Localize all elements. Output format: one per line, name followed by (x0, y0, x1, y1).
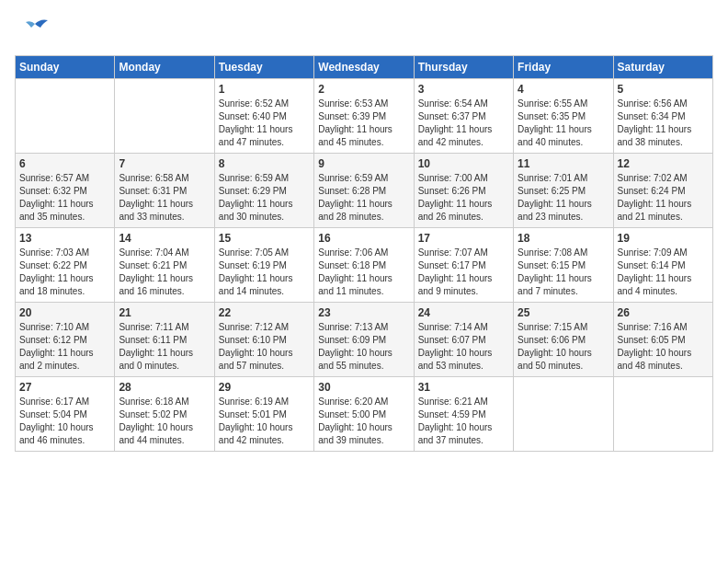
calendar-week-3: 13Sunrise: 7:03 AM Sunset: 6:22 PM Dayli… (16, 228, 713, 303)
day-number: 13 (19, 232, 110, 245)
day-info: Sunrise: 7:16 AM Sunset: 6:05 PM Dayligh… (618, 321, 709, 373)
day-info: Sunrise: 6:59 AM Sunset: 6:28 PM Dayligh… (318, 172, 409, 224)
calendar-table: SundayMondayTuesdayWednesdayThursdayFrid… (15, 55, 713, 452)
calendar-week-2: 6Sunrise: 6:57 AM Sunset: 6:32 PM Daylig… (16, 154, 713, 228)
day-info: Sunrise: 7:09 AM Sunset: 6:14 PM Dayligh… (618, 247, 709, 298)
day-info: Sunrise: 7:00 AM Sunset: 6:26 PM Dayligh… (418, 172, 509, 224)
day-info: Sunrise: 7:03 AM Sunset: 6:22 PM Dayligh… (19, 247, 110, 298)
day-number: 31 (418, 381, 509, 394)
day-number: 9 (318, 157, 409, 170)
column-header-monday: Monday (115, 56, 214, 79)
day-info: Sunrise: 7:15 AM Sunset: 6:06 PM Dayligh… (518, 321, 609, 373)
day-info: Sunrise: 6:54 AM Sunset: 6:37 PM Dayligh… (418, 98, 509, 149)
day-number: 6 (19, 157, 110, 170)
day-info: Sunrise: 6:20 AM Sunset: 5:00 PM Dayligh… (318, 396, 409, 447)
calendar-cell: 13Sunrise: 7:03 AM Sunset: 6:22 PM Dayli… (16, 228, 115, 303)
calendar-cell (16, 79, 115, 154)
day-info: Sunrise: 7:05 AM Sunset: 6:19 PM Dayligh… (219, 247, 310, 298)
calendar-cell: 7Sunrise: 6:58 AM Sunset: 6:31 PM Daylig… (115, 154, 214, 228)
calendar-cell (613, 377, 712, 452)
calendar-cell: 2Sunrise: 6:53 AM Sunset: 6:39 PM Daylig… (314, 79, 414, 154)
column-header-saturday: Saturday (613, 56, 712, 79)
day-number: 25 (518, 306, 609, 319)
day-info: Sunrise: 6:58 AM Sunset: 6:31 PM Dayligh… (119, 172, 210, 224)
calendar-cell: 27Sunrise: 6:17 AM Sunset: 5:04 PM Dayli… (16, 377, 115, 452)
day-number: 12 (618, 157, 709, 170)
calendar-cell: 15Sunrise: 7:05 AM Sunset: 6:19 PM Dayli… (214, 228, 313, 303)
day-number: 18 (518, 232, 609, 245)
day-info: Sunrise: 6:17 AM Sunset: 5:04 PM Dayligh… (19, 396, 110, 447)
day-number: 5 (618, 83, 709, 96)
day-number: 27 (19, 381, 110, 394)
day-info: Sunrise: 6:59 AM Sunset: 6:29 PM Dayligh… (219, 172, 310, 224)
day-info: Sunrise: 6:21 AM Sunset: 4:59 PM Dayligh… (418, 396, 509, 447)
calendar-cell: 31Sunrise: 6:21 AM Sunset: 4:59 PM Dayli… (414, 377, 513, 452)
column-header-thursday: Thursday (414, 56, 513, 79)
calendar-cell: 9Sunrise: 6:59 AM Sunset: 6:28 PM Daylig… (314, 154, 414, 228)
day-number: 26 (618, 306, 709, 319)
calendar-cell: 20Sunrise: 7:10 AM Sunset: 6:12 PM Dayli… (16, 303, 115, 377)
logo (15, 15, 59, 48)
calendar-cell: 22Sunrise: 7:12 AM Sunset: 6:10 PM Dayli… (214, 303, 313, 377)
day-number: 8 (219, 157, 310, 170)
calendar-cell: 26Sunrise: 7:16 AM Sunset: 6:05 PM Dayli… (613, 303, 712, 377)
calendar-cell: 19Sunrise: 7:09 AM Sunset: 6:14 PM Dayli… (613, 228, 712, 303)
day-number: 3 (418, 83, 509, 96)
day-number: 10 (418, 157, 509, 170)
day-number: 14 (119, 232, 210, 245)
day-info: Sunrise: 7:13 AM Sunset: 6:09 PM Dayligh… (318, 321, 409, 373)
calendar-cell: 18Sunrise: 7:08 AM Sunset: 6:15 PM Dayli… (514, 228, 613, 303)
calendar-cell: 10Sunrise: 7:00 AM Sunset: 6:26 PM Dayli… (414, 154, 513, 228)
calendar-header-row: SundayMondayTuesdayWednesdayThursdayFrid… (16, 56, 713, 79)
day-info: Sunrise: 6:52 AM Sunset: 6:40 PM Dayligh… (219, 98, 310, 149)
calendar-cell: 17Sunrise: 7:07 AM Sunset: 6:17 PM Dayli… (414, 228, 513, 303)
calendar-cell: 21Sunrise: 7:11 AM Sunset: 6:11 PM Dayli… (115, 303, 214, 377)
day-number: 28 (119, 381, 210, 394)
column-header-wednesday: Wednesday (314, 56, 414, 79)
day-number: 19 (618, 232, 709, 245)
calendar-cell: 11Sunrise: 7:01 AM Sunset: 6:25 PM Dayli… (514, 154, 613, 228)
day-info: Sunrise: 7:12 AM Sunset: 6:10 PM Dayligh… (219, 321, 310, 373)
calendar-cell: 12Sunrise: 7:02 AM Sunset: 6:24 PM Dayli… (613, 154, 712, 228)
day-number: 20 (19, 306, 110, 319)
day-number: 16 (318, 232, 409, 245)
logo-icon (15, 15, 55, 48)
calendar-week-5: 27Sunrise: 6:17 AM Sunset: 5:04 PM Dayli… (16, 377, 713, 452)
day-number: 30 (318, 381, 409, 394)
day-number: 29 (219, 381, 310, 394)
calendar-cell: 28Sunrise: 6:18 AM Sunset: 5:02 PM Dayli… (115, 377, 214, 452)
day-info: Sunrise: 7:06 AM Sunset: 6:18 PM Dayligh… (318, 247, 409, 298)
day-info: Sunrise: 7:14 AM Sunset: 6:07 PM Dayligh… (418, 321, 509, 373)
calendar-week-4: 20Sunrise: 7:10 AM Sunset: 6:12 PM Dayli… (16, 303, 713, 377)
day-number: 4 (518, 83, 609, 96)
page-header (15, 15, 713, 48)
calendar-cell: 1Sunrise: 6:52 AM Sunset: 6:40 PM Daylig… (214, 79, 313, 154)
day-number: 2 (318, 83, 409, 96)
day-number: 21 (119, 306, 210, 319)
day-number: 17 (418, 232, 509, 245)
day-info: Sunrise: 7:08 AM Sunset: 6:15 PM Dayligh… (518, 247, 609, 298)
day-info: Sunrise: 7:04 AM Sunset: 6:21 PM Dayligh… (119, 247, 210, 298)
calendar-cell: 5Sunrise: 6:56 AM Sunset: 6:34 PM Daylig… (613, 79, 712, 154)
day-info: Sunrise: 6:53 AM Sunset: 6:39 PM Dayligh… (318, 98, 409, 149)
day-info: Sunrise: 7:02 AM Sunset: 6:24 PM Dayligh… (618, 172, 709, 224)
day-info: Sunrise: 6:55 AM Sunset: 6:35 PM Dayligh… (518, 98, 609, 149)
calendar-cell: 3Sunrise: 6:54 AM Sunset: 6:37 PM Daylig… (414, 79, 513, 154)
day-number: 7 (119, 157, 210, 170)
column-header-sunday: Sunday (16, 56, 115, 79)
day-info: Sunrise: 7:01 AM Sunset: 6:25 PM Dayligh… (518, 172, 609, 224)
calendar-cell (514, 377, 613, 452)
column-header-friday: Friday (514, 56, 613, 79)
column-header-tuesday: Tuesday (214, 56, 313, 79)
calendar-cell: 8Sunrise: 6:59 AM Sunset: 6:29 PM Daylig… (214, 154, 313, 228)
calendar-week-1: 1Sunrise: 6:52 AM Sunset: 6:40 PM Daylig… (16, 79, 713, 154)
day-number: 1 (219, 83, 310, 96)
calendar-cell: 23Sunrise: 7:13 AM Sunset: 6:09 PM Dayli… (314, 303, 414, 377)
calendar-cell: 4Sunrise: 6:55 AM Sunset: 6:35 PM Daylig… (514, 79, 613, 154)
calendar-body: 1Sunrise: 6:52 AM Sunset: 6:40 PM Daylig… (16, 79, 713, 452)
day-number: 24 (418, 306, 509, 319)
calendar-cell: 30Sunrise: 6:20 AM Sunset: 5:00 PM Dayli… (314, 377, 414, 452)
day-info: Sunrise: 7:10 AM Sunset: 6:12 PM Dayligh… (19, 321, 110, 373)
day-info: Sunrise: 6:18 AM Sunset: 5:02 PM Dayligh… (119, 396, 210, 447)
calendar-cell: 24Sunrise: 7:14 AM Sunset: 6:07 PM Dayli… (414, 303, 513, 377)
